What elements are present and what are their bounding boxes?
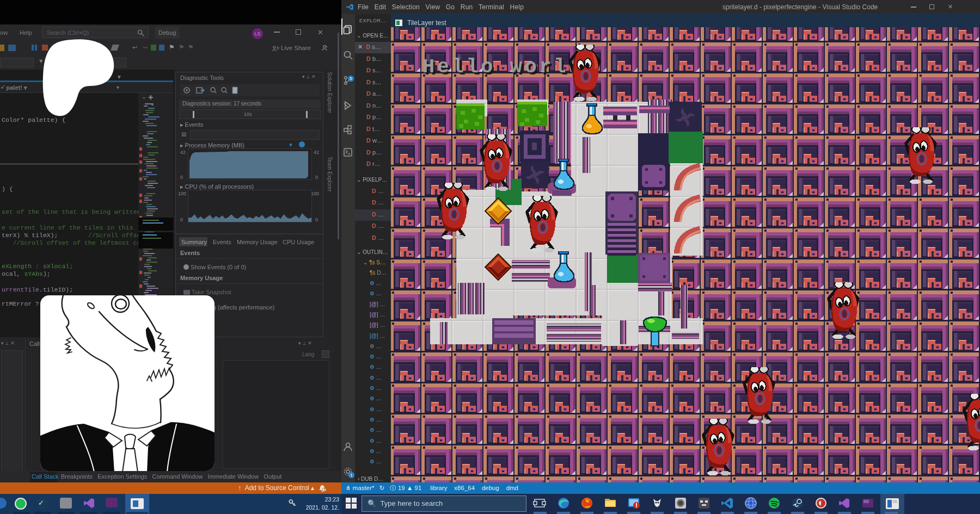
svg-text:TileLayer test: TileLayer test (407, 19, 446, 27)
svg-text:1: 1 (323, 488, 326, 492)
